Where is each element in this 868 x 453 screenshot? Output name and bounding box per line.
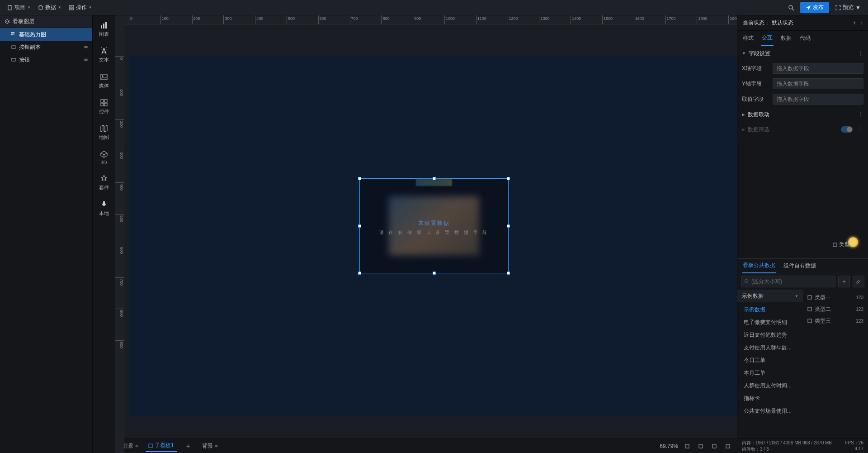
resize-handle-nw[interactable] [358,177,361,180]
component-tab-media[interactable]: 媒体 [99,71,109,91]
ruler-tick: 500 [115,214,124,222]
menu-ops[interactable]: 操作 ▼ [65,2,96,13]
resize-handle-s[interactable] [433,272,436,275]
component-label: 媒体 [99,82,109,89]
field-list: 类型一123类型二123类型三123 [803,290,868,453]
ruler-tick: 200 [115,119,124,128]
ruler-tick: 800 [115,309,124,317]
preview-button[interactable]: 预览 ▼ [832,2,864,13]
datasource-item[interactable]: 公共支付场景使用... [737,405,803,417]
more-icon[interactable]: ⋮ [858,126,863,133]
svg-rect-24 [104,103,107,106]
component-tab-text[interactable]: 文本 [99,45,109,65]
resize-handle-n[interactable] [433,177,436,180]
resize-handle-sw[interactable] [358,272,361,275]
heatmap-icon [11,32,16,37]
data-field-item[interactable]: 类型二123 [803,303,868,315]
datasource-item[interactable]: 近日支付笔数趋势 [737,329,803,341]
publish-button[interactable]: 发布 [800,2,829,13]
right-tab[interactable]: 交互 [761,30,774,46]
svg-point-13 [85,47,87,48]
data-search-input[interactable]: (区分大小写) [741,276,835,287]
field-type-icon: 123 [856,319,863,324]
datasource-item[interactable]: 本月工单 [737,367,803,379]
chevron-down-icon[interactable] [683,443,692,449]
plus-icon[interactable]: ⊕ [135,444,138,448]
field-dropzone[interactable]: 拖入数据字段 [773,94,863,105]
resize-handle-w[interactable] [358,224,361,228]
layer-item[interactable]: 按钮副本 [0,41,92,53]
svg-rect-22 [104,100,107,102]
status-bar: 内存：1967 / 2061 / 4096 MB 903 / 2870 MB F… [737,439,868,453]
settings-icon[interactable] [723,443,732,449]
bottom-tab[interactable]: 子看板1 [146,440,177,452]
bottom-tab[interactable]: 背景⊕ [199,440,221,452]
layer-item[interactable]: 按钮 [0,53,92,66]
ruler-vertical: 0100200300400500600700800900 [115,24,124,453]
add-board-button[interactable]: ＋ [181,442,195,450]
resize-handle-e[interactable] [507,224,510,228]
zoom-level[interactable]: 69.79% [660,443,678,449]
database-icon [38,5,43,10]
datasource-item[interactable]: 指标卡 [737,392,803,405]
section-link-title: 数据联动 [748,111,769,119]
datasource-item[interactable]: 今日工单 [737,354,803,367]
widget-empty-subtitle: 请 在 右 侧 窗 口 设 置 数 据 字 段 [379,229,489,236]
resize-handle-se[interactable] [507,272,510,275]
search-button[interactable] [785,1,797,14]
data-field-item[interactable]: 类型一123 [803,291,868,303]
menu-data[interactable]: 数据 ▼ [34,2,65,13]
state-value[interactable]: 默认状态 [772,19,793,27]
section-filter-header[interactable]: ▶ 数据筛选 ⋮ [737,122,868,137]
datasource-item[interactable]: 电子缴费支付明细 [737,316,803,329]
state-next-button[interactable]: › [861,20,863,26]
data-field-item[interactable]: 类型三123 [803,315,868,327]
resize-handle-ne[interactable] [507,177,510,180]
component-tab-cube[interactable]: 3D [99,148,108,167]
ruler-tick: 400 [115,182,124,191]
section-fields-header[interactable]: ▼ 字段设置 ⋮ [737,46,868,61]
right-properties-panel: 当前状态： 默认状态 ＋ › 样式交互数据代码 ▼ 字段设置 ⋮ X轴字段拖入数… [737,15,868,453]
component-tab-chart[interactable]: 图表 [99,19,109,39]
menu-project[interactable]: 项目 ▼ [4,2,34,13]
component-tab-control[interactable]: 控件 [99,96,109,117]
plus-icon[interactable]: ⊕ [215,444,218,448]
edit-datasource-button[interactable] [853,276,864,287]
svg-point-15 [85,59,87,61]
data-panel-tab[interactable]: 组件自有数据 [783,259,817,273]
datasource-item[interactable]: 人群使用支付时间... [737,379,803,392]
svg-rect-8 [11,32,13,33]
right-tab[interactable]: 样式 [742,31,755,46]
add-state-button[interactable]: ＋ [850,19,859,27]
field-dropzone[interactable]: 拖入数据字段 [773,63,863,74]
more-icon[interactable]: ⋮ [858,50,863,57]
fit-icon[interactable] [696,443,705,449]
canvas-viewport[interactable]: 未设置数据 请 在 右 侧 窗 口 设 置 数 据 字 段 [124,24,737,439]
layers-icon [5,19,10,24]
add-datasource-button[interactable]: ＋ [838,276,850,287]
datasource-item[interactable]: 示例数据 [737,303,803,316]
data-panel-tab[interactable]: 看板公共数据 [742,258,776,273]
visibility-icon[interactable] [83,57,89,62]
layer-item[interactable]: 基础热力图 [0,28,92,41]
section-link-header[interactable]: ▶ 数据联动 ⋮ [737,107,868,122]
datasource-item[interactable]: 支付使用人群年龄... [737,341,803,354]
component-tab-local[interactable]: 本地 [99,198,109,219]
layers-icon[interactable] [710,443,719,449]
fingerprint-icon[interactable] [848,237,858,247]
svg-line-32 [748,282,749,284]
filter-toggle[interactable] [841,126,853,133]
field-dropzone[interactable]: 拖入数据字段 [773,78,863,89]
datasource-group-header[interactable]: 示例数据 ▼ [737,290,803,302]
component-label: 3D [100,160,107,165]
ruler-tick: 100 [160,15,169,24]
visibility-icon[interactable] [83,44,89,50]
more-icon[interactable]: ⋮ [858,111,863,118]
component-tab-map[interactable]: 地图 [99,122,109,143]
component-tab-kit[interactable]: 套件 [99,172,109,193]
selected-widget-heatmap[interactable]: 未设置数据 请 在 右 侧 窗 口 设 置 数 据 字 段 [359,178,509,273]
right-tab[interactable]: 数据 [780,31,793,46]
right-tab[interactable]: 代码 [799,31,811,46]
svg-point-6 [789,5,793,9]
send-icon [806,5,811,10]
